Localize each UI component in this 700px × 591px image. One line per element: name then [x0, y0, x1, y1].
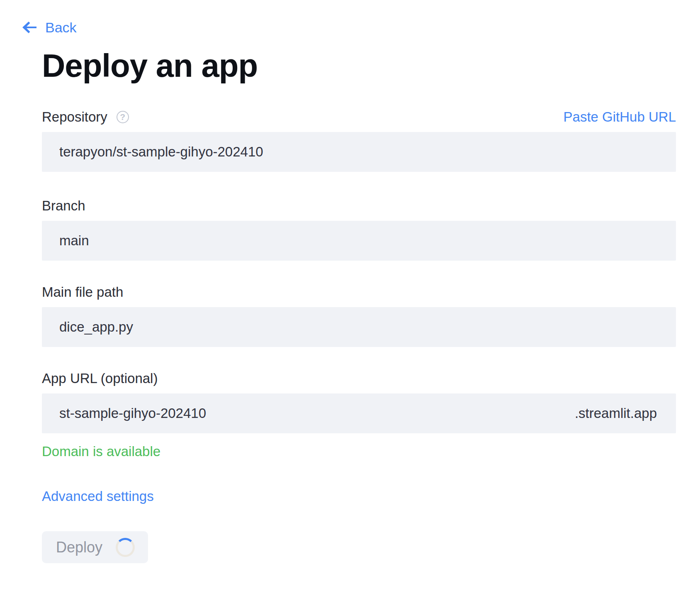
back-arrow-icon: [22, 21, 37, 34]
loading-spinner-icon: [116, 538, 135, 557]
back-link-label: Back: [45, 19, 77, 36]
repository-field: [42, 132, 676, 172]
help-icon[interactable]: ?: [117, 111, 129, 123]
domain-available-status: Domain is available: [42, 443, 676, 460]
app-url-domain-suffix: .streamlit.app: [575, 405, 676, 421]
branch-label: Branch: [42, 198, 85, 214]
branch-label-row: Branch: [42, 198, 676, 214]
repository-label-row: Repository ? Paste GitHub URL: [42, 109, 676, 125]
main-file-path-field: [42, 307, 676, 347]
main-file-path-input[interactable]: [42, 307, 676, 347]
repository-label: Repository: [42, 109, 107, 125]
branch-input[interactable]: [42, 221, 676, 261]
back-link[interactable]: Back: [22, 0, 77, 36]
main-file-path-label: Main file path: [42, 284, 123, 300]
repository-input[interactable]: [42, 132, 676, 172]
deploy-form-page: Back Deploy an app Repository ? Paste Gi…: [42, 0, 676, 563]
advanced-settings-link[interactable]: Advanced settings: [42, 488, 154, 505]
paste-github-url-link[interactable]: Paste GitHub URL: [564, 109, 676, 125]
page-title: Deploy an app: [42, 46, 676, 85]
deploy-button[interactable]: Deploy: [42, 531, 148, 563]
app-url-label: App URL (optional): [42, 370, 158, 387]
app-url-field: .streamlit.app: [42, 393, 676, 433]
branch-field: [42, 221, 676, 261]
deploy-button-label: Deploy: [56, 539, 102, 556]
app-url-input[interactable]: [42, 393, 575, 433]
app-url-label-row: App URL (optional): [42, 370, 676, 387]
main-file-path-label-row: Main file path: [42, 284, 676, 300]
